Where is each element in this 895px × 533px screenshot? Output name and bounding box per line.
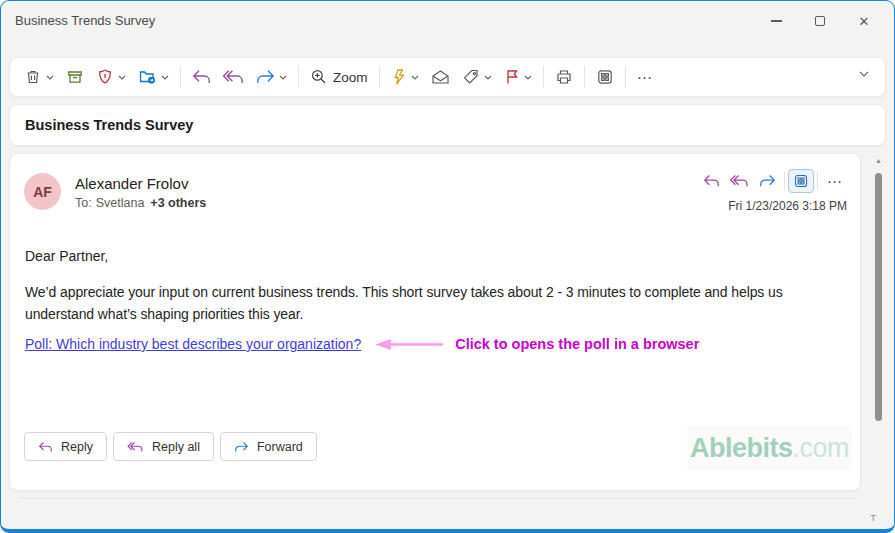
tiny-footer-label: T <box>871 513 877 523</box>
zoom-icon <box>310 68 328 86</box>
forward-button[interactable] <box>250 62 293 92</box>
forward-button[interactable] <box>753 168 781 194</box>
folder-move-icon <box>138 68 157 86</box>
printer-icon <box>555 68 573 86</box>
flag-icon <box>504 68 520 86</box>
toolbar-separator <box>298 66 299 88</box>
outlook-message-window: Business Trends Survey ✕ <box>0 0 895 533</box>
flag-button[interactable] <box>498 62 538 92</box>
read-unread-button[interactable] <box>425 62 456 92</box>
avatar[interactable]: AF <box>24 173 61 210</box>
sender-name[interactable]: Alexander Frolov <box>75 175 188 192</box>
recipients-line[interactable]: To:Svetlana+3 others <box>75 196 206 210</box>
apps-grid-icon <box>793 173 809 189</box>
reply-all-icon <box>730 174 749 188</box>
message-pane: AF Alexander Frolov To:Svetlana+3 others… <box>9 153 861 491</box>
message-timestamp: Fri 1/23/2026 3:18 PM <box>728 199 847 213</box>
poll-row: Poll: Which industry best describes your… <box>25 336 699 352</box>
forward-icon <box>234 441 249 453</box>
chevron-down-icon <box>524 75 532 80</box>
delete-button[interactable] <box>18 62 60 92</box>
others-count[interactable]: +3 others <box>150 196 206 210</box>
toolbar-separator <box>584 66 585 88</box>
collapse-ribbon-button[interactable] <box>859 71 869 77</box>
toolbar-separator <box>379 66 380 88</box>
message-toolbar: Zoom … <box>9 57 886 97</box>
chevron-down-icon <box>484 75 492 80</box>
toolbar-separator <box>625 66 626 88</box>
forward-button[interactable]: Forward <box>220 432 317 461</box>
chevron-down-icon <box>279 75 287 80</box>
zoom-label: Zoom <box>333 70 368 85</box>
reply-icon <box>703 174 720 188</box>
chevron-down-icon <box>411 75 419 80</box>
chevron-down-icon <box>161 75 169 80</box>
poll-link[interactable]: Poll: Which industry best describes your… <box>25 336 361 352</box>
to-label: To: <box>75 196 92 210</box>
header-separator <box>817 172 818 190</box>
close-icon: ✕ <box>859 14 870 29</box>
watermark-brand: Ablebits <box>690 433 793 464</box>
forward-icon <box>256 69 275 85</box>
message-header-actions: … <box>697 168 849 194</box>
forward-label: Forward <box>257 440 303 454</box>
reply-label: Reply <box>61 440 93 454</box>
watermark-suffix: .com <box>793 433 850 464</box>
maximize-button[interactable] <box>798 1 842 41</box>
annotation-text: Click to opens the poll in a browser <box>455 336 699 352</box>
close-button[interactable]: ✕ <box>842 1 886 41</box>
report-button[interactable] <box>90 62 132 92</box>
more-actions-button[interactable]: … <box>821 168 849 194</box>
reply-button[interactable] <box>186 62 217 92</box>
body-paragraph: We’d appreciate your input on current bu… <box>25 281 851 325</box>
chevron-down-icon <box>118 75 126 80</box>
title-bar: Business Trends Survey ✕ <box>1 1 894 49</box>
vertical-scrollbar[interactable]: ▲ <box>873 155 885 491</box>
reply-button[interactable]: Reply <box>24 432 107 461</box>
scroll-up-icon[interactable]: ▲ <box>875 157 882 164</box>
apps-button[interactable] <box>788 169 814 193</box>
body-greeting: Dear Partner, <box>25 248 108 264</box>
move-to-button[interactable] <box>132 62 175 92</box>
reply-all-button[interactable] <box>725 168 753 194</box>
apps-button[interactable] <box>590 62 620 92</box>
reply-all-button[interactable]: Reply all <box>113 432 214 461</box>
minimize-button[interactable] <box>754 1 798 41</box>
window-controls: ✕ <box>754 1 886 41</box>
archive-icon <box>66 68 84 86</box>
chevron-down-icon <box>859 71 869 77</box>
envelope-icon <box>431 69 450 85</box>
archive-button[interactable] <box>60 62 90 92</box>
minimize-icon <box>771 20 782 21</box>
apps-grid-icon <box>596 68 614 86</box>
reply-icon <box>192 69 211 85</box>
toolbar-separator <box>180 66 181 88</box>
maximize-icon <box>815 16 825 26</box>
recipient-name: Svetlana <box>96 196 145 210</box>
print-button[interactable] <box>549 62 579 92</box>
scrollbar-thumb[interactable] <box>875 173 882 421</box>
shield-alert-icon <box>96 68 114 86</box>
reply-button[interactable] <box>697 168 725 194</box>
quick-reply-actions: Reply Reply all Forward <box>24 432 317 461</box>
tag-icon <box>462 68 480 86</box>
trash-icon <box>24 68 42 86</box>
forward-icon <box>759 174 776 188</box>
categorize-button[interactable] <box>456 62 498 92</box>
reply-all-button[interactable] <box>217 62 250 92</box>
header-separator <box>784 172 785 190</box>
more-icon: … <box>827 173 844 189</box>
more-commands-button[interactable]: … <box>631 62 660 92</box>
subject-bar: Business Trends Survey <box>9 104 886 146</box>
reply-icon <box>38 441 53 453</box>
reply-all-label: Reply all <box>152 440 200 454</box>
bottom-divider <box>21 498 854 499</box>
reply-all-icon <box>223 69 244 85</box>
zoom-button[interactable]: Zoom <box>304 62 374 92</box>
quick-steps-button[interactable] <box>385 62 425 92</box>
lightning-icon <box>391 68 407 86</box>
window-title: Business Trends Survey <box>15 13 155 28</box>
toolbar-separator <box>543 66 544 88</box>
more-icon: … <box>637 69 654 85</box>
reply-all-icon <box>127 441 144 453</box>
